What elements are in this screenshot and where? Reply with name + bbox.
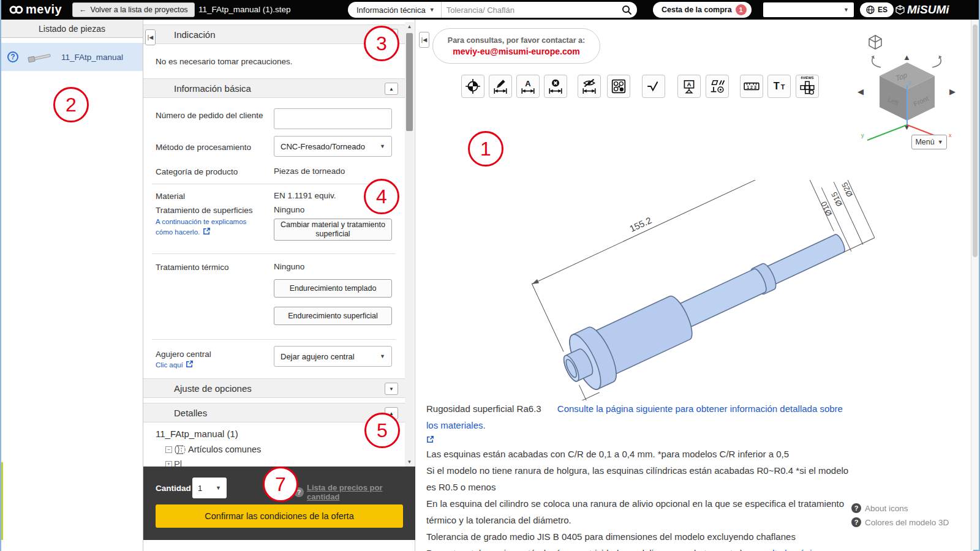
chevron-down-icon: ▼ xyxy=(429,7,435,13)
search-input[interactable] xyxy=(442,6,616,15)
scrollbar-thumb[interactable] xyxy=(406,33,413,131)
y-axis xyxy=(867,125,907,140)
panel-scrollbar[interactable]: ▲ ▼ xyxy=(405,22,414,467)
language-button[interactable]: ES xyxy=(860,2,894,17)
dim-length: 155.2 xyxy=(628,215,653,234)
hardening-surface-button[interactable]: Endurecimiento superficial xyxy=(274,307,392,325)
center-hole-label: Agujero central xyxy=(156,349,266,359)
annotation-7: 7 xyxy=(263,467,298,502)
text-size-button[interactable]: T T xyxy=(767,75,791,98)
text-size-icon: T T xyxy=(771,78,787,94)
back-to-projects-button[interactable]: ← Volver a la lista de proyectos xyxy=(72,2,195,17)
viewer-panel: |◀ Para consultas, por favor contactar a… xyxy=(415,20,973,551)
material-value: EN 1.1191 equiv. xyxy=(274,191,336,200)
hardening-quench-button[interactable]: Endurecimiento templado xyxy=(274,279,392,298)
cart-count-badge: 1 xyxy=(736,4,747,15)
center-hole-link[interactable]: Clic aquí xyxy=(156,361,183,369)
chevron-down-icon: ▼ xyxy=(380,353,385,359)
surface-roughness-button[interactable] xyxy=(642,75,665,98)
dimension-text-button[interactable]: A xyxy=(516,75,540,98)
collapse-panel-icon[interactable]: |◀ xyxy=(419,32,429,48)
search-button[interactable] xyxy=(616,2,637,18)
model-colors-link[interactable]: ? Colores del modelo 3D xyxy=(851,517,949,527)
collapse-sidebar-icon[interactable]: |◀ xyxy=(145,29,156,45)
part-list-item[interactable]: ? 11_FAtp_manual xyxy=(1,43,143,71)
six-views-label: 6VIEWS xyxy=(796,76,818,80)
top-bar: meviy ← Volver a la lista de proyectos 1… xyxy=(1,0,979,20)
help-question-icon: ? xyxy=(851,517,861,527)
viewer-menu-button[interactable]: Menú ▼ xyxy=(911,135,947,149)
order-number-label: Número de pedido del cliente xyxy=(156,110,266,121)
collapse-down-icon[interactable]: ▼ xyxy=(385,383,398,395)
six-views-button[interactable]: 6VIEWS xyxy=(796,75,819,98)
collapse-up-icon[interactable]: ▲ xyxy=(385,83,398,95)
file-title: 11_FAtp_manual (1).step xyxy=(198,5,291,14)
product-category-label: Categoría de producto xyxy=(156,167,266,177)
six-views-icon xyxy=(799,80,815,96)
divider xyxy=(152,253,396,254)
datum-symbol-button[interactable]: A xyxy=(677,75,701,98)
hide-dimension-button[interactable] xyxy=(578,75,601,98)
annotation-1: 1 xyxy=(468,131,503,167)
surface-help-link[interactable]: A continuación te explicamos xyxy=(156,218,246,225)
surface-help-link-2[interactable]: cómo hacerlo. xyxy=(156,228,200,236)
cube-view-icon[interactable] xyxy=(866,33,884,51)
geometric-tolerance-button[interactable] xyxy=(706,75,729,98)
misumi-logo[interactable]: MiSUMi xyxy=(895,3,949,17)
svg-text:T: T xyxy=(781,83,785,91)
cart-button[interactable]: Cesta de la compra 1 xyxy=(653,2,752,18)
hole-pattern-button[interactable] xyxy=(607,75,630,98)
basic-info-section-header[interactable]: Información básica ▲ xyxy=(143,78,405,98)
datum-target-button[interactable] xyxy=(461,75,484,98)
part-item-label: 11_FAtp_manual xyxy=(61,53,123,62)
options-section-header[interactable]: Ajuste de opciones ▼ xyxy=(143,378,405,398)
model-3d[interactable]: 155.2 Ø10 Ø15 Ø25 Ø15 Ø32 xyxy=(532,180,875,400)
center-hole-select[interactable]: Dejar agujero central ▼ xyxy=(274,346,392,367)
tree-root-node[interactable]: 11_FAtp_manual (1) xyxy=(156,429,238,439)
measure-button[interactable]: 1 2 3 xyxy=(740,75,763,98)
page-scrollbar[interactable] xyxy=(971,20,979,550)
meviy-logo[interactable]: meviy xyxy=(9,2,62,17)
dimension-text-icon: A xyxy=(520,78,536,94)
scroll-down-icon[interactable]: ▼ xyxy=(405,459,414,465)
svg-text:T: T xyxy=(774,80,780,91)
about-icons-link[interactable]: ? About icons xyxy=(851,503,908,513)
surface-roughness-icon xyxy=(646,78,662,94)
view-cube[interactable]: Top Left Front z y x xyxy=(855,58,959,143)
x-axis-label: x xyxy=(949,132,952,138)
cylinder-icon xyxy=(174,445,186,454)
chevron-down-icon: ▼ xyxy=(938,139,943,145)
roughness-note: Rugosidad superficial Ra6.3 xyxy=(426,403,541,414)
change-material-button[interactable]: Cambiar material y tratamiento superfici… xyxy=(274,219,392,241)
tree-node-common-items[interactable]: − Artículos comunes xyxy=(165,444,261,454)
hide-dimension-icon xyxy=(581,78,597,94)
note-corners: Las esquinas están acabadas con C/R de 0… xyxy=(426,446,849,462)
scroll-up-icon[interactable]: ▲ xyxy=(405,24,414,29)
external-link-icon[interactable] xyxy=(426,435,434,443)
meviy-app-window: meviy ← Volver a la lista de proyectos 1… xyxy=(0,0,980,551)
folder-select[interactable]: ▼ xyxy=(763,2,854,17)
surface-treatment-label: Tratamiento de superficies xyxy=(156,205,278,216)
details-section-header[interactable]: Detalles ▲ xyxy=(143,403,405,422)
edit-dimension-icon xyxy=(492,78,508,94)
contact-email-link[interactable]: meviy-eu@misumi-europe.com xyxy=(453,47,579,56)
external-link-icon xyxy=(203,227,211,235)
delete-dimension-button[interactable] xyxy=(544,75,567,98)
product-category-value: Piezas de torneado xyxy=(274,167,345,176)
processing-method-select[interactable]: CNC-Fresado/Torneado ▼ xyxy=(274,136,392,157)
svg-text:A: A xyxy=(687,81,691,88)
quantity-select[interactable]: 1 ▼ xyxy=(192,478,227,498)
price-list-link[interactable]: ? Lista de precios por cantidad xyxy=(294,483,415,501)
help-question-icon[interactable]: ? xyxy=(7,51,18,62)
confirm-offer-button[interactable]: Confirmar las condiciones de la oferta xyxy=(156,504,403,528)
processing-method-label: Método de procesamiento xyxy=(156,142,266,152)
surface-treatment-value: Ninguno xyxy=(274,205,304,214)
edit-dimension-button[interactable] xyxy=(489,75,512,98)
scrollbar-thumb[interactable] xyxy=(973,24,978,257)
svg-text:1 2 3: 1 2 3 xyxy=(747,85,756,89)
y-axis-label: y xyxy=(861,132,864,138)
search-category-select[interactable]: Información técnica ▼ xyxy=(348,2,442,18)
order-number-input[interactable] xyxy=(274,108,392,129)
tree-collapse-icon[interactable]: − xyxy=(165,446,172,453)
note-tolerance-grade: Tolerancia de grado medio JIS B 0405 par… xyxy=(426,528,849,545)
